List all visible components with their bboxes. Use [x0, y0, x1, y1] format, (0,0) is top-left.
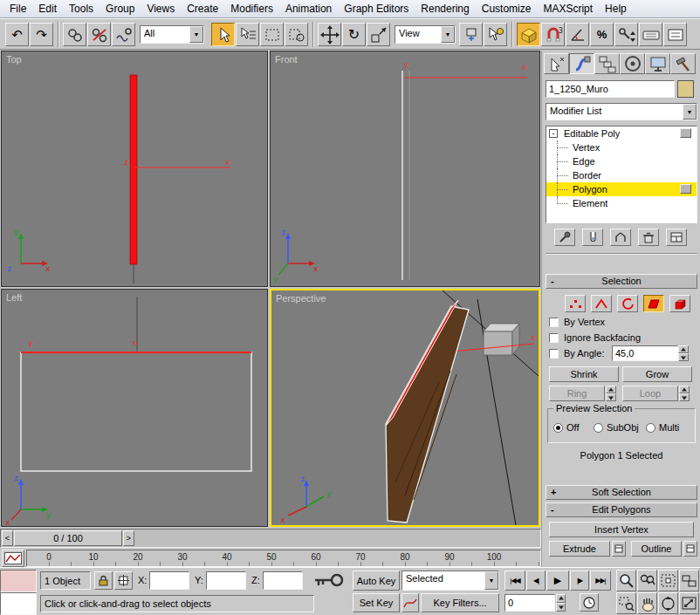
- subobject-vertex-button[interactable]: [565, 295, 586, 312]
- redo-button[interactable]: ↷: [30, 23, 53, 46]
- show-end-result-button[interactable]: [582, 229, 603, 246]
- maxscript-mini-listener-macro[interactable]: [0, 570, 37, 592]
- zoom-extents-button[interactable]: [658, 570, 678, 591]
- time-configuration-button[interactable]: [580, 593, 599, 612]
- angle-spinner[interactable]: [678, 345, 689, 361]
- modifier-enable-icon[interactable]: [680, 128, 691, 138]
- stack-item-border[interactable]: Border: [546, 168, 697, 182]
- time-slider-prev-button[interactable]: <: [2, 530, 13, 546]
- menu-item-maxscript[interactable]: MAXScript: [537, 1, 599, 17]
- menu-item-file[interactable]: File: [3, 1, 32, 17]
- rollout-edit-polygons[interactable]: - Edit Polygons: [546, 502, 697, 517]
- menu-item-animation[interactable]: Animation: [279, 1, 338, 17]
- time-slider-next-button[interactable]: >: [123, 530, 134, 546]
- stack-item-element[interactable]: Element: [546, 196, 697, 210]
- ignore-backfacing-checkbox[interactable]: [549, 333, 559, 343]
- menu-item-tools[interactable]: Tools: [63, 1, 100, 17]
- region-zoom-button[interactable]: [616, 592, 636, 614]
- selection-lock-button[interactable]: [94, 571, 113, 590]
- select-and-manipulate-button[interactable]: [484, 23, 507, 46]
- outline-settings-button[interactable]: [683, 541, 697, 557]
- stack-item-polygon[interactable]: Polygon: [546, 182, 697, 196]
- go-to-start-button[interactable]: |◀◀: [504, 571, 525, 591]
- x-coordinate-field[interactable]: [149, 571, 189, 590]
- unlink-button[interactable]: [87, 23, 111, 46]
- angle-snap-toggle-button[interactable]: [566, 23, 589, 46]
- viewport-top[interactable]: Top z x y x z: [1, 51, 268, 287]
- menu-item-help[interactable]: Help: [599, 1, 633, 17]
- track-bar[interactable]: 0 10 20 30 40 50 60 70 80 90 100: [26, 550, 541, 567]
- previous-frame-button[interactable]: ◀|: [526, 571, 546, 591]
- stack-item-edge[interactable]: Edge: [546, 154, 697, 168]
- preview-subobj-radio[interactable]: [594, 423, 603, 433]
- menu-item-group[interactable]: Group: [100, 1, 141, 17]
- select-and-rotate-button[interactable]: ↻: [342, 23, 366, 46]
- tab-modify[interactable]: [569, 53, 594, 74]
- open-mini-curve-editor-button[interactable]: [2, 550, 24, 567]
- keyboard-shortcut-override-button[interactable]: [639, 23, 662, 46]
- angle-value-field[interactable]: [612, 345, 678, 361]
- select-and-scale-button[interactable]: [367, 23, 390, 46]
- set-key-button[interactable]: Set Key: [353, 593, 400, 612]
- absolute-offset-mode-button[interactable]: [114, 571, 133, 590]
- modifier-enable-icon[interactable]: [680, 184, 691, 194]
- outline-button[interactable]: Outline: [631, 541, 682, 557]
- tab-display[interactable]: [645, 53, 670, 74]
- shrink-button[interactable]: Shrink: [549, 366, 619, 382]
- selection-filter-dropdown[interactable]: All ▼: [140, 25, 204, 44]
- select-and-link-button[interactable]: [63, 23, 86, 46]
- named-selection-sets-button[interactable]: [663, 23, 687, 46]
- go-to-end-button[interactable]: ▶▶|: [590, 571, 611, 591]
- extrude-button[interactable]: Extrude: [549, 541, 610, 557]
- tab-create[interactable]: [544, 53, 569, 74]
- z-coordinate-field[interactable]: [263, 571, 303, 590]
- dropdown-arrow-icon[interactable]: ▼: [189, 26, 203, 43]
- key-tangents-button[interactable]: [401, 593, 419, 612]
- menu-item-customize[interactable]: Customize: [476, 1, 538, 17]
- stack-item-editable-poly[interactable]: - Editable Poly: [546, 126, 697, 140]
- viewport-front[interactable]: Front y x z x y: [270, 51, 540, 287]
- loop-spinner[interactable]: [679, 386, 690, 401]
- subobject-polygon-button[interactable]: [643, 295, 664, 312]
- rollout-selection[interactable]: - Selection: [546, 274, 697, 289]
- y-coordinate-field[interactable]: [206, 571, 246, 590]
- pan-button[interactable]: [637, 592, 657, 614]
- frame-spinner[interactable]: [556, 594, 566, 612]
- time-slider-track[interactable]: < 0 / 100 >: [0, 529, 541, 548]
- set-keys-button[interactable]: [309, 570, 347, 591]
- dropdown-arrow-icon[interactable]: ▼: [683, 104, 697, 120]
- by-vertex-checkbox[interactable]: [549, 318, 559, 327]
- coordinate-system-dropdown[interactable]: View ▼: [395, 25, 456, 44]
- select-by-name-button[interactable]: [236, 23, 259, 46]
- loop-button[interactable]: Loop: [622, 386, 678, 401]
- time-slider-handle[interactable]: 0 / 100: [14, 530, 122, 546]
- zoom-all-button[interactable]: [637, 570, 657, 591]
- by-angle-checkbox[interactable]: [549, 349, 559, 359]
- bind-to-spacewarp-button[interactable]: [112, 23, 135, 46]
- use-pivot-center-button[interactable]: [459, 23, 483, 46]
- undo-button[interactable]: ↶: [5, 23, 29, 46]
- key-filters-button[interactable]: Key Filters...: [421, 593, 499, 612]
- menu-item-modifiers[interactable]: Modifiers: [224, 1, 279, 17]
- remove-modifier-button[interactable]: [638, 229, 659, 246]
- subobject-element-button[interactable]: [669, 295, 690, 312]
- window-crossing-toggle-button[interactable]: [285, 23, 308, 46]
- menu-item-views[interactable]: Views: [141, 1, 181, 17]
- rollout-soft-selection[interactable]: + Soft Selection: [546, 485, 697, 500]
- ring-spinner[interactable]: [606, 386, 616, 401]
- viewport-perspective[interactable]: Perspective x z y x: [270, 289, 540, 527]
- maxscript-mini-listener[interactable]: [0, 592, 37, 615]
- insert-vertex-button[interactable]: Insert Vertex: [549, 522, 694, 537]
- menu-item-rendering[interactable]: Rendering: [415, 1, 475, 17]
- stack-collapse-icon[interactable]: -: [549, 129, 558, 138]
- percent-snap-toggle-button[interactable]: %: [590, 23, 614, 46]
- zoom-extents-all-button[interactable]: [679, 570, 699, 591]
- next-frame-button[interactable]: |▶: [570, 571, 589, 591]
- dropdown-arrow-icon[interactable]: ▼: [484, 571, 498, 590]
- modifier-list-dropdown[interactable]: Modifier List ▼: [546, 103, 697, 120]
- auto-key-button[interactable]: Auto Key: [353, 571, 400, 591]
- tab-hierarchy[interactable]: [594, 53, 620, 74]
- preview-multi-radio[interactable]: [646, 423, 655, 433]
- key-filter-set-dropdown[interactable]: Selected ▼: [401, 571, 499, 591]
- snap-mode-button[interactable]: 3: [541, 23, 565, 46]
